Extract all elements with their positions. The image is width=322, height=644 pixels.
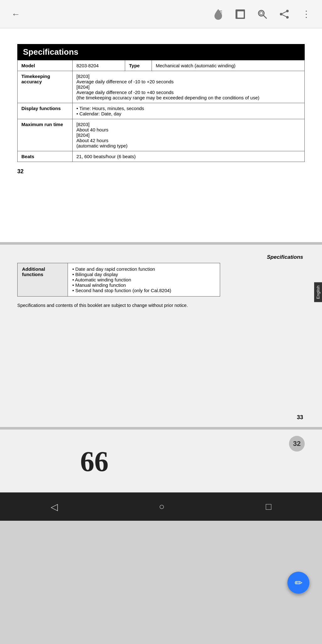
page-number-3: 32 [289, 436, 305, 452]
model-label: Model [18, 60, 73, 71]
search-icon[interactable] [256, 8, 269, 20]
toolbar: ← [0, 0, 322, 28]
additional-value: • Date and day rapid correction function… [68, 263, 220, 297]
beats-value: 21, 600 beats/hour (6 beats) [73, 151, 305, 162]
timekeeping-label: Timekeeping accuracy [18, 71, 73, 103]
page-divider-1 [0, 242, 322, 245]
page-number-2: 33 [297, 414, 303, 421]
page-1: Specifications Model 8203·8204 Type Mech… [0, 28, 322, 242]
disclaimer-note: Specifications and contents of this book… [17, 302, 305, 309]
table-row-additional: Additional functions • Date and day rapi… [18, 263, 220, 297]
spec-title: Specifications [17, 44, 305, 60]
type-label: Type [125, 60, 152, 71]
bottom-navigation: ◁ ○ □ [0, 492, 322, 521]
page-divider-2 [0, 427, 322, 430]
beats-label: Beats [18, 151, 73, 162]
table-row-beats: Beats 21, 600 beats/hour (6 beats) [18, 151, 305, 162]
timekeeping-value: [8203] Average daily difference of -10 t… [73, 71, 305, 103]
decorative-text: 66 [80, 445, 305, 478]
crop-icon[interactable] [234, 8, 247, 20]
additional-functions-table: Additional functions • Date and day rapi… [17, 263, 220, 297]
svg-line-6 [264, 15, 267, 19]
svg-rect-4 [237, 11, 244, 18]
page-number-1: 32 [17, 168, 305, 175]
svg-point-5 [258, 10, 264, 16]
table-row-timekeeping: Timekeeping accuracy [8203] Average dail… [18, 71, 305, 103]
svg-point-8 [286, 10, 289, 12]
runtime-label: Maximum run time [18, 119, 73, 151]
runtime-value: [8203] About 40 hours [8204] About 42 ho… [73, 119, 305, 151]
type-value: Mechanical watch (automatic winding) [152, 60, 305, 71]
svg-line-12 [281, 14, 287, 17]
display-label: Display functions [18, 103, 73, 119]
nav-home-button[interactable]: ○ [159, 501, 164, 512]
more-icon[interactable]: ⋮ [300, 8, 313, 20]
additional-label: Additional functions [18, 263, 68, 297]
display-value: • Time: Hours, minutes, seconds • Calend… [73, 103, 305, 119]
english-tab: English [314, 282, 322, 302]
page2-spec-header: Specifications [17, 254, 305, 260]
table-row-model: Model 8203·8204 Type Mechanical watch (a… [18, 60, 305, 71]
svg-point-7 [260, 12, 263, 15]
table-row-display: Display functions • Time: Hours, minutes… [18, 103, 305, 119]
page-2: Specifications English Additional functi… [0, 245, 322, 427]
share-icon[interactable] [278, 8, 291, 20]
nav-back-button[interactable]: ◁ [51, 501, 58, 512]
table-row-runtime: Maximum run time [8203] About 40 hours [… [18, 119, 305, 151]
svg-line-11 [281, 11, 287, 14]
droplet-icon[interactable] [212, 8, 225, 20]
model-value: 8203·8204 [73, 60, 125, 71]
fab-edit-button[interactable]: ✏ [287, 572, 309, 594]
spec-table: Model 8203·8204 Type Mechanical watch (a… [17, 60, 305, 162]
nav-recents-button[interactable]: □ [266, 501, 271, 512]
page-3: 32 66 [0, 430, 322, 492]
back-button[interactable]: ← [9, 8, 22, 20]
